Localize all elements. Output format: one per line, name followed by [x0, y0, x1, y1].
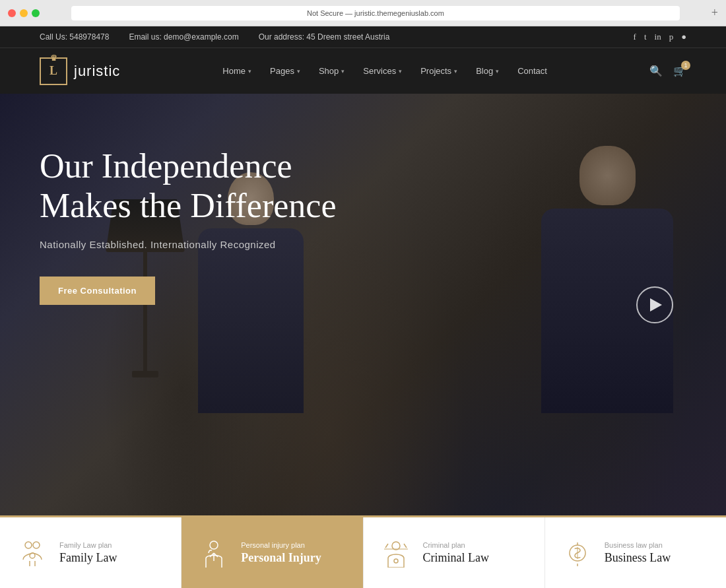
person-right-head [579, 146, 636, 205]
browser-chrome: Not Secure — juristic.themegeniuslab.com… [0, 0, 726, 26]
search-icon[interactable]: 🔍 [649, 65, 663, 77]
service-card-personal-injury[interactable]: Personal injury plan Personal Injury [182, 517, 363, 588]
logo-icon: ♛ L [40, 57, 67, 85]
new-tab-button[interactable]: + [711, 6, 718, 20]
nav-item-blog[interactable]: Blog ▾ [476, 66, 499, 76]
service-card-family-law[interactable]: Family Law plan Family Law [0, 517, 182, 588]
criminal-law-title: Criminal Law [423, 551, 489, 565]
nav-item-shop[interactable]: Shop ▾ [319, 66, 345, 76]
nav-pages-label: Pages [270, 66, 294, 76]
nav-item-home[interactable]: Home ▾ [222, 66, 251, 76]
person-right [528, 146, 686, 423]
cart-icon[interactable]: 🛒 1 [673, 65, 686, 77]
service-card-criminal-law[interactable]: Criminal plan Criminal Law [364, 517, 545, 588]
hero-section: Our IndependenceMakes the Difference Nat… [0, 94, 726, 515]
personal-injury-icon [199, 539, 228, 568]
chevron-down-icon: ▾ [297, 68, 300, 75]
svg-line-9 [385, 544, 388, 548]
hero-subtitle: Nationally Established. Internationally … [40, 239, 370, 250]
criminal-law-icon-wrap [380, 537, 412, 570]
nav-blog-label: Blog [476, 66, 493, 76]
family-law-icon [18, 539, 47, 568]
top-bar-left: Call Us: 548978478 Email us: demo@exampl… [40, 32, 389, 42]
family-law-title: Family Law [59, 551, 117, 565]
traffic-lights [8, 9, 40, 17]
criminal-law-icon [381, 539, 411, 568]
chevron-down-icon: ▾ [454, 68, 457, 75]
play-button[interactable] [636, 286, 673, 323]
nav-actions: 🔍 🛒 1 [649, 65, 686, 77]
family-law-text: Family Law plan Family Law [59, 541, 117, 565]
cart-badge: 1 [681, 61, 690, 70]
service-cards: Family Law plan Family Law Personal inju… [0, 515, 726, 588]
family-law-icon-wrap [16, 537, 49, 570]
logo-text: juristic [74, 63, 120, 80]
nav-item-pages[interactable]: Pages ▾ [270, 66, 300, 76]
personal-injury-text: Personal injury plan Personal Injury [241, 541, 321, 565]
hero-title: Our IndependenceMakes the Difference [40, 147, 370, 226]
nav-contact-label: Contact [517, 66, 547, 76]
svg-point-7 [392, 542, 400, 550]
email-info: Email us: demo@example.com [129, 32, 238, 42]
nav-item-projects[interactable]: Projects ▾ [420, 66, 457, 76]
crown-icon: ♛ [50, 53, 57, 63]
chevron-down-icon: ▾ [341, 68, 345, 75]
criminal-law-text: Criminal plan Criminal Law [423, 541, 489, 565]
svg-point-8 [394, 559, 398, 563]
url-text: Not Secure — juristic.themegeniuslab.com [307, 9, 444, 17]
nav-home-label: Home [222, 66, 246, 76]
svg-point-0 [25, 542, 32, 548]
linkedin-icon[interactable]: in [655, 32, 661, 42]
chevron-down-icon: ▾ [399, 68, 402, 75]
play-icon [650, 298, 662, 311]
logo-letter: L [50, 64, 57, 78]
svg-point-3 [210, 541, 218, 549]
phone-info: Call Us: 548978478 [40, 32, 109, 42]
hero-content: Our IndependenceMakes the Difference Nat… [0, 94, 409, 358]
family-law-plan-label: Family Law plan [59, 541, 117, 549]
twitter-icon[interactable]: t [644, 32, 647, 42]
logo[interactable]: ♛ L juristic [40, 57, 120, 85]
top-bar: Call Us: 548978478 Email us: demo@exampl… [0, 26, 726, 48]
close-button[interactable] [8, 9, 16, 17]
nav-item-services[interactable]: Services ▾ [363, 66, 402, 76]
chevron-down-icon: ▾ [248, 68, 251, 75]
svg-line-10 [404, 544, 407, 548]
address-bar[interactable]: Not Secure — juristic.themegeniuslab.com [71, 6, 680, 20]
site-wrapper: Call Us: 548978478 Email us: demo@exampl… [0, 26, 726, 588]
chevron-down-icon: ▾ [496, 68, 499, 75]
personal-injury-title: Personal Injury [241, 551, 321, 565]
svg-point-1 [33, 542, 40, 548]
nav-item-contact[interactable]: Contact [517, 66, 547, 76]
cta-button[interactable]: Free Consultation [40, 277, 155, 305]
social-icon-5[interactable]: ● [681, 32, 686, 42]
address-info: Our address: 45 Dreem street Austria [259, 32, 390, 42]
personal-injury-icon-wrap [197, 537, 230, 570]
business-law-icon-wrap [561, 537, 594, 570]
nav-links: Home ▾ Pages ▾ Shop ▾ Services ▾ Project… [222, 66, 547, 76]
nav-shop-label: Shop [319, 66, 339, 76]
personal-injury-plan-label: Personal injury plan [241, 541, 321, 549]
criminal-plan-label: Criminal plan [423, 541, 489, 549]
main-nav: ♛ L juristic Home ▾ Pages ▾ Shop ▾ Servi… [0, 48, 726, 94]
pinterest-icon[interactable]: p [669, 32, 674, 42]
lamp-base [132, 371, 158, 377]
minimize-button[interactable] [20, 9, 28, 17]
business-law-plan-label: Business law plan [605, 541, 671, 549]
nav-services-label: Services [363, 66, 396, 76]
facebook-icon[interactable]: f [634, 32, 636, 42]
maximize-button[interactable] [32, 9, 40, 17]
nav-projects-label: Projects [420, 66, 451, 76]
business-law-icon [563, 539, 592, 568]
business-law-title: Business Law [605, 551, 671, 565]
service-card-business-law[interactable]: Business law plan Business Law [545, 517, 726, 588]
social-links: f t in p ● [634, 32, 686, 42]
business-law-text: Business law plan Business Law [605, 541, 671, 565]
